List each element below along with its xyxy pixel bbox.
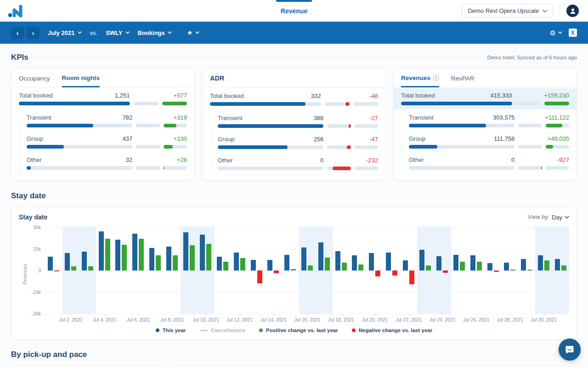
tab-revenues[interactable]: Revenuesi bbox=[401, 75, 439, 87]
kpi-row-value: 0 bbox=[320, 157, 323, 164]
bar-group[interactable] bbox=[451, 227, 468, 314]
bar-group[interactable] bbox=[96, 227, 113, 314]
bar-group[interactable] bbox=[383, 227, 400, 314]
tab-revpar[interactable]: RevPAR bbox=[451, 75, 475, 87]
section-divider bbox=[92, 355, 571, 356]
kpi-row[interactable]: Total booked332-48 bbox=[210, 89, 378, 110]
tab-room-nights[interactable]: Room nights bbox=[62, 75, 100, 87]
kpi-row-label: Other bbox=[409, 156, 424, 163]
bar-group[interactable] bbox=[215, 227, 232, 314]
bar-group[interactable] bbox=[299, 227, 316, 314]
chat-launcher-button[interactable] bbox=[559, 339, 581, 361]
bar-group[interactable] bbox=[367, 227, 384, 314]
bar-group[interactable] bbox=[198, 227, 215, 314]
bar-group[interactable] bbox=[79, 227, 96, 314]
kpi-row[interactable]: Transient303,575+111,122 bbox=[409, 110, 569, 132]
kpi-row[interactable]: Other0-927 bbox=[409, 153, 569, 174]
kpi-bar-negative bbox=[327, 124, 351, 128]
bar-group[interactable] bbox=[164, 227, 181, 314]
user-avatar[interactable] bbox=[566, 5, 579, 17]
kpi-row-change: +49,035 bbox=[514, 135, 569, 142]
kpi-row[interactable]: Group256-47 bbox=[218, 132, 378, 153]
bar-negative bbox=[54, 270, 59, 271]
bar-positive bbox=[217, 257, 222, 270]
kpi-row-change: +577 bbox=[130, 92, 187, 99]
bar-group[interactable] bbox=[417, 227, 434, 314]
bar-group[interactable] bbox=[400, 227, 417, 314]
bar-positive bbox=[477, 262, 482, 270]
view-by-dropdown[interactable]: View by: Day bbox=[528, 214, 569, 221]
tab-label: Room nights bbox=[62, 75, 100, 81]
bar-group[interactable] bbox=[485, 227, 502, 314]
info-icon[interactable]: i bbox=[433, 75, 439, 81]
bar-group[interactable] bbox=[181, 227, 198, 314]
bar-group[interactable] bbox=[535, 227, 552, 314]
kpi-row[interactable]: Other32+28 bbox=[27, 153, 187, 174]
bar-group[interactable] bbox=[519, 227, 536, 314]
kpi-row-value: 0 bbox=[511, 156, 514, 163]
kpi-row[interactable]: Transient388-27 bbox=[218, 111, 378, 132]
excel-export-icon[interactable]: X bbox=[569, 29, 577, 37]
kpi-card-body: Total booked332-48Transient388-27Group25… bbox=[203, 88, 385, 180]
favorites-dropdown[interactable]: ★ bbox=[187, 29, 199, 36]
tab-occupancy[interactable]: Occupancy bbox=[19, 75, 50, 87]
x-tick bbox=[341, 314, 342, 316]
x-tick bbox=[375, 314, 375, 316]
bar-group[interactable] bbox=[248, 227, 265, 314]
stay-date-chart-card: Stay date View by: Day Revenues 30k15k0-… bbox=[11, 207, 577, 340]
x-tick bbox=[409, 314, 409, 316]
kpi-row-value: 437 bbox=[123, 135, 133, 142]
legend-item[interactable]: Negative change vs. last year bbox=[352, 328, 432, 333]
legend-item[interactable]: This year bbox=[156, 328, 186, 333]
bar-group[interactable] bbox=[316, 227, 333, 314]
kpi-row[interactable]: Total booked1,251+577 bbox=[19, 88, 187, 109]
x-tick-label: Jul 18, 2021 bbox=[328, 317, 354, 322]
bar-group[interactable] bbox=[434, 227, 451, 314]
kpi-row[interactable]: Group111,758+49,035 bbox=[409, 132, 569, 153]
kpi-card-title: ADR bbox=[210, 75, 224, 87]
kpi-row[interactable]: Transient782+319 bbox=[27, 110, 187, 132]
kpi-row[interactable]: Other0-232 bbox=[218, 153, 378, 174]
legend-item[interactable]: Cancellations bbox=[199, 328, 245, 333]
bar-group[interactable] bbox=[147, 227, 164, 314]
kpi-row-change: -232 bbox=[323, 157, 378, 164]
bar-positive bbox=[284, 255, 289, 270]
kpi-row[interactable]: Group437+230 bbox=[27, 132, 187, 153]
bar-group[interactable] bbox=[468, 227, 485, 314]
bar-group[interactable] bbox=[333, 227, 350, 314]
kpi-row[interactable]: Total booked415,333+159,230 bbox=[394, 88, 577, 109]
hotel-selector[interactable]: Demo Revl Opera Upscale bbox=[462, 4, 553, 18]
bar-positive bbox=[436, 256, 441, 270]
prev-period-button[interactable]: ‹ bbox=[11, 27, 24, 39]
kpi-row-change: +159,230 bbox=[512, 92, 569, 99]
period-dropdown[interactable]: July 2021 bbox=[48, 29, 82, 36]
compare-dropdown[interactable]: SWLY bbox=[106, 29, 129, 36]
metric-dropdown[interactable]: Bookings bbox=[138, 29, 172, 36]
bar-group[interactable] bbox=[502, 227, 519, 314]
x-tick-label: Jul 20, 2021 bbox=[362, 317, 388, 322]
settings-dropdown[interactable]: ⚙ bbox=[550, 29, 562, 36]
bar-group[interactable] bbox=[45, 227, 62, 314]
legend-item[interactable]: Positive change vs. last year bbox=[259, 328, 338, 333]
x-tick-label: Jul 30, 2021 bbox=[531, 317, 557, 322]
bar-positive bbox=[342, 263, 347, 270]
bar-group[interactable] bbox=[552, 227, 569, 314]
app-logo-icon[interactable] bbox=[7, 3, 26, 19]
kpi-bar-negative bbox=[136, 145, 159, 149]
chart-title: Stay date bbox=[19, 213, 47, 221]
next-period-button[interactable]: › bbox=[27, 27, 40, 39]
bar-group[interactable] bbox=[282, 227, 299, 314]
tab-revenue[interactable]: Revenue bbox=[274, 0, 314, 22]
bar-group[interactable] bbox=[265, 227, 282, 314]
bar-group[interactable] bbox=[62, 227, 79, 314]
bar-group[interactable] bbox=[130, 227, 147, 314]
bar-negative bbox=[409, 270, 414, 284]
bar-group[interactable] bbox=[113, 227, 130, 314]
kpi-row-label: Other bbox=[218, 157, 233, 164]
x-tick bbox=[71, 314, 71, 316]
bar-group[interactable] bbox=[232, 227, 249, 314]
bar-group[interactable] bbox=[350, 227, 367, 314]
legend-dot-icon bbox=[259, 328, 263, 332]
bar-positive bbox=[453, 255, 458, 270]
kpi-row-label: Group bbox=[409, 135, 425, 142]
